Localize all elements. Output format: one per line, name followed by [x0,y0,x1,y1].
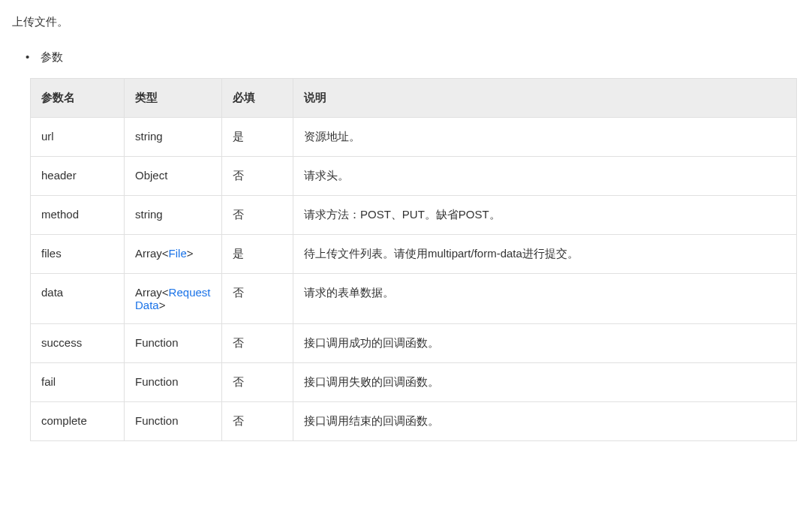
cell-required: 是 [222,118,293,157]
cell-name: url [31,118,125,157]
cell-type: Array<RequestData> [125,274,222,324]
table-header-row: 参数名 类型 必填 说明 [31,79,797,118]
cell-desc: 接口调用成功的回调函数。 [293,324,797,363]
cell-required: 是 [222,235,293,274]
cell-type: Array<File> [125,235,222,274]
header-type: 类型 [125,79,222,118]
table-row: complete Function 否 接口调用结束的回调函数。 [31,402,797,441]
cell-type: Function [125,363,222,402]
table-row: files Array<File> 是 待上传文件列表。请使用multipart… [31,235,797,274]
table-row: success Function 否 接口调用成功的回调函数。 [31,324,797,363]
cell-required: 否 [222,196,293,235]
header-desc: 说明 [293,79,797,118]
table-row: method string 否 请求方法：POST、PUT。缺省POST。 [31,196,797,235]
cell-type: Function [125,324,222,363]
cell-required: 否 [222,363,293,402]
cell-type: string [125,196,222,235]
table-row: url string 是 资源地址。 [31,118,797,157]
cell-desc: 接口调用失败的回调函数。 [293,363,797,402]
cell-desc: 资源地址。 [293,118,797,157]
cell-type: Object [125,157,222,196]
cell-desc: 接口调用结束的回调函数。 [293,402,797,441]
header-name: 参数名 [31,79,125,118]
type-link[interactable]: File [169,247,187,260]
cell-name: data [31,274,125,324]
cell-type: Function [125,402,222,441]
cell-desc: 请求头。 [293,157,797,196]
cell-required: 否 [222,274,293,324]
cell-desc: 待上传文件列表。请使用multipart/form-data进行提交。 [293,235,797,274]
cell-desc: 请求的表单数据。 [293,274,797,324]
table-row: fail Function 否 接口调用失败的回调函数。 [31,363,797,402]
params-table: 参数名 类型 必填 说明 url string 是 资源地址。 header O… [30,78,797,441]
table-row: header Object 否 请求头。 [31,157,797,196]
cell-name: success [31,324,125,363]
header-required: 必填 [222,79,293,118]
cell-name: method [31,196,125,235]
section-title: 参数 [30,50,797,65]
cell-required: 否 [222,324,293,363]
cell-type: string [125,118,222,157]
cell-required: 否 [222,402,293,441]
cell-name: header [31,157,125,196]
cell-desc: 请求方法：POST、PUT。缺省POST。 [293,196,797,235]
page-description: 上传文件。 [12,15,797,29]
cell-name: complete [31,402,125,441]
cell-name: fail [31,363,125,402]
table-row: data Array<RequestData> 否 请求的表单数据。 [31,274,797,324]
cell-required: 否 [222,157,293,196]
cell-name: files [31,235,125,274]
